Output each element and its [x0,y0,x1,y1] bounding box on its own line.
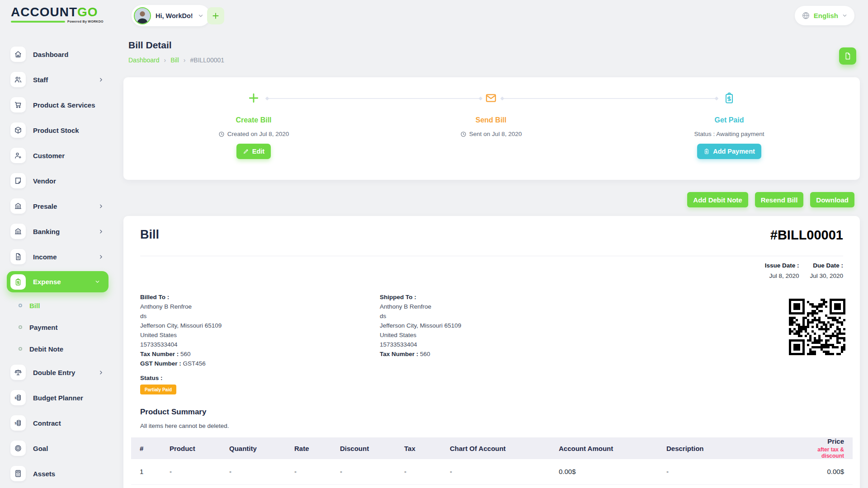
bullet-icon [19,304,22,307]
divider [140,256,843,256]
bank-icon [10,224,26,239]
bullet-icon [19,325,22,329]
sidebar-item-income[interactable]: Income [0,244,122,269]
breadcrumb-separator: › [164,56,166,64]
brand-powered-by: Powered By WORKDO [67,20,104,23]
breadcrumb-separator: › [184,56,186,64]
bill-number: #BILL00001 [770,228,843,243]
sidebar-item-contract[interactable]: Contract [0,410,122,436]
add-payment-button[interactable]: Add Payment [697,144,761,159]
breadcrumb-bill[interactable]: Bill [170,56,179,64]
user-avatar [134,7,151,24]
page-title: Bill Detail [128,40,172,51]
table-cell: - [658,459,798,484]
billed-to-block: Billed To : Anthony B Renfroe ds Jeffers… [140,292,222,368]
table-row: 1 - - - - - - 0.00$ - 0.00$ [131,459,853,484]
file-icon [10,249,26,264]
clipboard-dollar-icon [10,274,26,290]
sidebar-item-goal[interactable]: Goal [0,436,122,461]
table-header-cell: Rate [286,437,331,459]
step-subtitle: Created on Jul 8, 2020 [181,131,326,137]
quick-add-button[interactable] [207,7,224,24]
download-button[interactable]: Download [810,192,854,207]
table-cell: - [441,459,550,484]
due-date-value: Jul 30, 2020 [810,272,843,279]
sidebar-item-vendor[interactable]: Vendor [0,168,122,193]
brand-underline [11,21,65,23]
billed-to-name: Anthony B Renfroe [140,302,222,311]
sidebar-item-assets[interactable]: Assets [0,461,122,486]
step-send-bill: Send Bill Sent on Jul 8, 2020 [419,77,563,137]
table-cell: - [331,459,396,484]
add-debit-note-button[interactable]: Add Debit Note [687,192,748,207]
table-cell: - [396,459,441,484]
status-label: Status : [140,375,163,381]
user-menu[interactable]: Hi, WorkDo! [132,5,210,26]
plus-icon [181,92,326,105]
sidebar-subitem-debit-note[interactable]: Debit Note [0,338,122,360]
bill-title: Bill [140,228,159,242]
step-create-bill: Create Bill Created on Jul 8, 2020 Edit [181,77,326,159]
shipped-to-block: Shipped To : Anthony B Renfroe ds Jeffer… [380,292,461,359]
chevron-down-icon [842,13,848,19]
cart-icon [10,97,26,113]
sidebar-item-banking[interactable]: Banking [0,219,122,244]
resend-bill-button[interactable]: Resend Bill [755,192,804,207]
table-header-cell: Chart Of Account [441,437,550,459]
scale-icon [10,365,26,380]
sidebar-subitem-payment[interactable]: Payment [0,316,122,338]
clipboard-dollar-icon [657,92,802,105]
plus-icon [212,12,220,20]
breadcrumb: Dashboard › Bill › #BILL00001 [128,56,224,64]
sidebar-item-staff[interactable]: Staff [0,67,122,92]
chevron-down-icon [94,279,100,285]
table-header-cell: Account Amount [550,437,658,459]
table-cell: - [286,459,331,484]
sidebar-item-product-services[interactable]: Product & Services [0,92,122,117]
status-badge: Partialy Paid [140,385,176,394]
table-cell: - [221,459,286,484]
sidebar-item-customer[interactable]: Customer [0,143,122,168]
step-get-paid: Get Paid Status : Awaiting payment Add P… [657,77,802,159]
globe-icon [802,11,810,20]
breadcrumb-dashboard[interactable]: Dashboard [128,56,160,64]
target-icon [10,441,26,456]
bill-actions: Add Debit Note Resend Bill Download [687,192,854,207]
table-header-cell: Tax [396,437,441,459]
brand-logo[interactable]: ACCOUNTGO Powered By WORKDO [11,6,108,23]
breadcrumb-current: #BILL00001 [190,56,225,64]
chevron-right-icon [98,203,104,209]
chevron-right-icon [98,229,104,235]
bank-icon [10,198,26,214]
table-cell: 0.00$ [550,459,658,484]
document-icon [844,52,852,60]
sidebar-subitem-bill[interactable]: Bill [0,295,122,316]
bill-detail-card: Bill #BILL00001 Issue Date : Jul 8, 2020… [123,216,860,488]
table-cell: 1 [131,459,161,484]
edit-bill-button[interactable]: Edit [236,144,271,159]
box-icon [10,122,26,138]
clock-icon [460,131,467,137]
user-greeting: Hi, WorkDo! [156,12,193,19]
sidebar-item-expense[interactable]: Expense [0,269,122,295]
sidebar-item-double-entry[interactable]: Double Entry [0,360,122,385]
issue-date-label: Issue Date : [765,262,799,269]
users-icon [10,72,26,87]
table-cell: 0.00$ [798,459,853,484]
app-root: ACCOUNTGO Powered By WORKDO Hi, WorkDo! … [0,0,868,488]
sidebar-item-presale[interactable]: Presale [0,193,122,219]
issue-date-value: Jul 8, 2020 [765,272,799,279]
mail-icon [419,92,563,105]
shipped-to-name: Anthony B Renfroe [380,302,461,311]
table-header-cell: # [131,437,161,459]
clock-icon [218,131,225,137]
product-summary-note: All items here cannot be deleted. [140,422,229,429]
sidebar-item-product-stock[interactable]: Product Stock [0,117,122,143]
sidebar-item-dashboard[interactable]: Dashboard [0,42,122,67]
clipboard-icon [703,148,710,155]
sidebar-item-budget-planner[interactable]: Budget Planner [0,385,122,410]
language-selector[interactable]: English [795,6,854,25]
export-document-button[interactable] [839,47,856,65]
qr-code [789,299,845,355]
step-title: Create Bill [181,116,326,124]
